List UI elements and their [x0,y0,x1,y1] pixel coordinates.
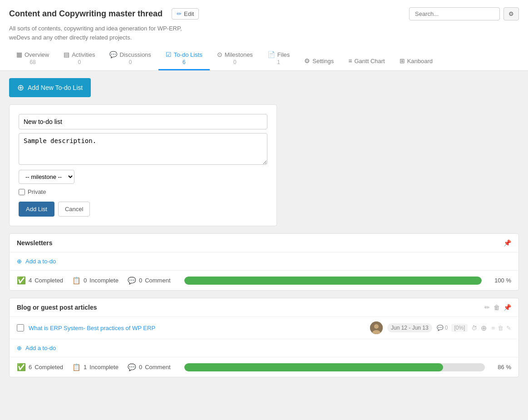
kanboard-icon: ⊞ [400,57,405,64]
tab-gantt[interactable]: ≡Gantt Chart [341,54,392,70]
tab-discussions[interactable]: 💬Discussions 0 [102,47,158,70]
gear-icon: ⚙ [508,10,514,17]
list-description-input[interactable]: Sample description. [19,133,267,165]
comment-icon-small: 💬 [437,325,444,331]
newsletters-incomplete-label: Incomplete [89,277,118,284]
blog-pin-icon[interactable]: 📌 [503,304,511,311]
tab-todo-lists[interactable]: ☑To-do Lists 6 [158,47,210,70]
todo-menu-icon[interactable]: ≡ [491,325,495,331]
files-icon: 📄 [267,51,275,58]
todo-right-actions: ≡ 🗑 ✎ [491,325,511,331]
list-title-input[interactable] [19,114,267,129]
table-row: What is ERP System- Best practices of WP… [10,317,518,339]
newsletters-completed-stat: ✅ 4 Completed [17,276,63,285]
edit-button[interactable]: ✏ Edit [172,8,199,20]
plus-circle-icon: ⊕ [17,83,24,93]
discussions-icon: 💬 [109,51,117,58]
add-todo-plus-icon: ⊕ [17,258,22,265]
milestone-select[interactable]: -- milestone -- [19,170,74,184]
edit-label: Edit [184,10,194,17]
blog-progress-pct: 86 % [498,364,511,371]
newsletters-completed-label: Completed [35,277,63,284]
project-title: Content and Copywriting master thread [9,9,163,19]
newsletters-add-todo-link[interactable]: ⊕ Add a to-do [17,258,511,265]
private-label: Private [28,188,46,195]
newsletters-title: Newsletters [17,239,53,247]
overview-icon: ▦ [16,51,22,58]
newsletters-incomplete-stat: 📋 0 Incomplete [72,277,118,285]
settings-icon: ⚙ [304,57,310,64]
milestones-icon: ⊙ [217,51,222,58]
blog-incomplete-icon: 📋 [72,363,81,371]
form-actions: Add List Cancel [19,202,267,217]
avatar [370,321,383,334]
project-description: All sorts of contents, copywriting and i… [9,24,519,42]
blog-comment-count: 0 [139,364,142,371]
completed-check-icon: ✅ [17,276,26,285]
blog-completed-stat: ✅ 6 Completed [17,363,63,371]
blog-progress-bar [184,363,443,371]
top-bar-header: Content and Copywriting master thread ✏ … [9,7,519,20]
comment-bubble-icon: 💬 [128,277,136,285]
cancel-button[interactable]: Cancel [58,202,90,217]
todo-meta: 💬 0 [0%] ⏱ ⊕ [437,324,487,332]
blog-articles-footer: ✅ 6 Completed 📋 1 Incomplete 💬 0 Comment… [10,357,518,377]
top-bar: Content and Copywriting master thread ✏ … [0,0,528,71]
todo-text[interactable]: What is ERP System- Best practices of WP… [29,325,365,331]
gantt-icon: ≡ [348,57,352,64]
main-content: ⊕ Add New To-do List Sample description.… [0,71,528,392]
newsletters-progress-pct: 100 % [494,277,511,284]
pin-icon[interactable]: 📌 [503,239,511,247]
todo-edit-icon[interactable]: ✎ [506,325,511,331]
blog-articles-header: Blog or guest post articles ✏ 🗑 📌 [10,298,518,317]
gear-button[interactable]: ⚙ [503,7,519,20]
incomplete-icon: 📋 [72,277,81,285]
blog-edit-icon[interactable]: ✏ [484,304,490,311]
search-input[interactable] [409,7,500,20]
blog-comment-stat: 💬 0 Comment [128,363,171,371]
todo-checkbox[interactable] [17,324,24,331]
blog-incomplete-label: Incomplete [89,364,118,371]
blog-add-todo-row: ⊕ Add a to-do [10,339,518,357]
blog-trash-icon[interactable]: 🗑 [493,304,500,311]
private-checkbox[interactable] [19,189,25,195]
pencil-icon: ✏ [177,10,182,17]
newsletters-comment-count: 0 [139,277,142,284]
newsletters-incomplete-count: 0 [84,277,87,284]
blog-articles-title: Blog or guest post articles [17,304,97,311]
newsletters-section: Newsletters 📌 ⊕ Add a to-do ✅ 4 Complete… [9,233,519,291]
todo-icon: ☑ [166,51,172,58]
tab-kanboard[interactable]: ⊞Kanboard [392,54,440,70]
newsletters-header: Newsletters 📌 [10,234,518,252]
blog-articles-section: Blog or guest post articles ✏ 🗑 📌 What i… [9,298,519,377]
blog-completed-label: Completed [35,364,63,371]
tab-settings[interactable]: ⚙Settings [297,54,341,70]
newsletters-completed-count: 4 [29,277,32,284]
blog-articles-actions: ✏ 🗑 📌 [484,304,511,311]
tab-files[interactable]: 📄Files 1 [260,47,297,70]
blog-comment-icon: 💬 [128,363,136,371]
tabs-nav: ▦Overview 68 ▤Activities 0 💬Discussions … [9,47,519,70]
newsletters-progress-bar [184,277,482,285]
newsletters-comment-label: Comment [145,277,170,284]
activities-icon: ▤ [64,51,69,58]
newsletters-footer: ✅ 4 Completed 📋 0 Incomplete 💬 0 Comment… [10,271,518,290]
blog-progress-bar-container [184,363,485,371]
tab-overview[interactable]: ▦Overview 68 [9,47,56,70]
todo-delete-icon[interactable]: 🗑 [498,325,503,331]
blog-comment-label: Comment [145,364,170,371]
blog-completed-count: 6 [29,364,32,371]
add-new-todo-list-button[interactable]: ⊕ Add New To-do List [9,78,91,97]
tab-milestones[interactable]: ⊙Milestones 0 [210,47,260,70]
svg-point-1 [374,324,379,329]
clock-icon[interactable]: ⏱ [471,325,477,331]
new-todo-list-form: Sample description. -- milestone -- Priv… [9,104,277,226]
blog-add-todo-link[interactable]: ⊕ Add a to-do [17,345,511,351]
add-list-submit-button[interactable]: Add List [19,202,54,217]
tab-activities[interactable]: ▤Activities 0 [56,47,102,70]
todo-date: Jun 12 - Jun 13 [387,323,432,332]
todo-add-icon[interactable]: ⊕ [481,324,487,332]
newsletters-actions: 📌 [503,239,511,247]
blog-add-plus-icon: ⊕ [17,345,22,351]
newsletters-comment-stat: 💬 0 Comment [128,277,171,285]
